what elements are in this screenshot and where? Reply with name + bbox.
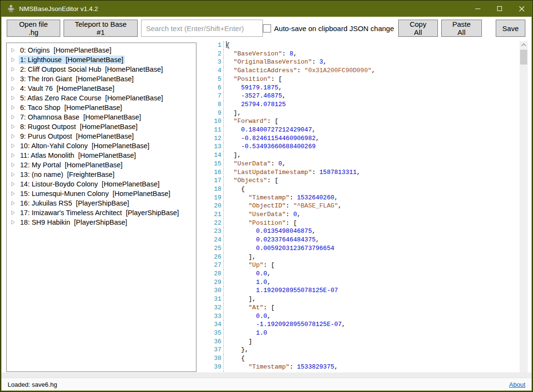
base-list-item[interactable]: 14: Listour-Boydo Colony [HomePlanetBase… xyxy=(7,179,196,189)
code-line[interactable]: 23 0.0135498046875, xyxy=(201,227,520,236)
expand-arrow-icon[interactable] xyxy=(11,115,15,120)
vertical-scrollbar[interactable] xyxy=(520,41,528,381)
base-list[interactable]: 0: Origins [HomePlanetBase]1: Lighthouse… xyxy=(6,43,196,372)
code-line[interactable]: 38 { xyxy=(201,354,520,363)
expand-arrow-icon[interactable] xyxy=(11,143,15,148)
expand-arrow-icon[interactable] xyxy=(11,48,15,53)
expand-arrow-icon[interactable] xyxy=(11,191,15,196)
code-line[interactable]: 12 -0.82461154460906982, xyxy=(201,134,520,143)
code-line[interactable]: 16 "LastUpdateTimestamp": 1587813311, xyxy=(201,168,520,177)
code-line[interactable]: 7 -3527.46875, xyxy=(201,92,520,100)
base-list-item[interactable]: 4: Vault 76 [HomePlanetBase] xyxy=(7,84,196,93)
code-line[interactable]: 32 "At": [ xyxy=(201,304,520,312)
base-list-item[interactable]: 2: Cliff Outpost Social Hub [HomePlanetB… xyxy=(7,65,196,74)
base-list-item[interactable]: 7: Ohamnosa Base [HomePlanetBase] xyxy=(7,112,196,122)
base-list-item[interactable]: 9: Purus Outpost [HomePlanetBase] xyxy=(7,131,196,141)
code-line[interactable]: 4 "GalacticAddress": "0x31A200FC90D090", xyxy=(201,66,520,75)
base-list-item[interactable]: 11: Atlas Monolith [HomePlanetBase] xyxy=(7,151,196,160)
code-line[interactable]: 17 "Objects": [ xyxy=(201,176,520,185)
code-line[interactable]: 15 "UserData": 0, xyxy=(201,160,520,168)
code-line[interactable]: 13 -0.53493660688400269 xyxy=(201,142,520,151)
code-line[interactable]: 27 "Up": [ xyxy=(201,261,520,270)
code-line[interactable]: 14 ], xyxy=(201,151,520,160)
maximize-button[interactable] xyxy=(489,0,511,17)
base-list-item[interactable]: 15: Lumesqui-Munen Colony [HomePlanetBas… xyxy=(7,189,196,198)
code-line[interactable]: 30 1.1920928955078125E-07 xyxy=(201,286,520,295)
paste-all-button[interactable]: Paste All xyxy=(441,20,482,37)
expand-arrow-icon[interactable] xyxy=(11,210,15,215)
code-line[interactable]: 10 "Forward": [ xyxy=(201,117,520,126)
copy-all-button[interactable]: Copy All xyxy=(398,20,437,37)
expand-arrow-icon[interactable] xyxy=(11,96,15,100)
line-number: 3 xyxy=(201,58,223,66)
close-button[interactable] xyxy=(511,0,533,17)
expand-arrow-icon[interactable] xyxy=(11,220,15,225)
scrollbar-thumb[interactable] xyxy=(520,50,527,65)
code-line[interactable]: 22 "Position": [ xyxy=(201,219,520,228)
expand-arrow-icon[interactable] xyxy=(11,124,15,129)
code-line[interactable]: 9 ], xyxy=(201,109,520,118)
about-link[interactable]: About xyxy=(509,381,525,388)
save-button[interactable]: Save xyxy=(496,20,525,37)
code-line[interactable]: 24 0.02337646484375, xyxy=(201,236,520,244)
code-line[interactable]: 18 { xyxy=(201,185,520,194)
line-text: 0.0135498046875, xyxy=(223,227,315,236)
base-list-item[interactable]: 3: The Iron Giant [HomePlanetBase] xyxy=(7,74,196,84)
expand-arrow-icon[interactable] xyxy=(11,76,15,81)
code-line[interactable]: 20 "ObjectID": "^BASE_FLAG", xyxy=(201,202,520,210)
open-file-button[interactable]: Open file .hg xyxy=(7,20,60,37)
expand-arrow-icon[interactable] xyxy=(11,163,15,167)
expand-arrow-icon[interactable] xyxy=(11,182,15,186)
code-view[interactable]: 1{2 "BaseVersion": 8,3 "OriginalBaseVers… xyxy=(201,41,520,389)
expand-arrow-icon[interactable] xyxy=(11,67,15,72)
base-list-item-label: 12: My Portal [HomePlanetBase] xyxy=(19,161,124,169)
code-line[interactable]: 19 "Timestamp": 1532640260, xyxy=(201,194,520,202)
json-editor[interactable]: 1{2 "BaseVersion": 8,3 "OriginalBaseVers… xyxy=(201,41,528,389)
base-list-item[interactable]: 6: Taco Shop [HomePlanetBase] xyxy=(7,103,196,112)
code-line[interactable]: 36 ] xyxy=(201,338,520,346)
line-text: "Forward": [ xyxy=(223,117,278,126)
code-line[interactable]: 29 1.0, xyxy=(201,278,520,287)
base-list-item[interactable]: 17: Imizawar's Timeless Architect [Playe… xyxy=(7,208,196,218)
minimize-button[interactable] xyxy=(467,0,489,17)
expand-arrow-icon[interactable] xyxy=(11,134,15,139)
base-list-item[interactable]: 10: Alton-Yahil Colony [HomePlanetBase] xyxy=(7,141,196,151)
expand-arrow-icon[interactable] xyxy=(11,57,15,62)
code-line[interactable]: 26 ], xyxy=(201,253,520,261)
expand-arrow-icon[interactable] xyxy=(11,153,15,158)
expand-arrow-icon[interactable] xyxy=(11,172,15,177)
code-line[interactable]: 31 ], xyxy=(201,295,520,304)
code-line[interactable]: 8 25794.078125 xyxy=(201,100,520,109)
code-line[interactable]: 25 0.0059203123673796654 xyxy=(201,244,520,253)
base-list-item[interactable]: 18: SH9 Habikin [PlayerShipBase] xyxy=(7,218,196,227)
code-line[interactable]: 11 0.18400727212429047, xyxy=(201,126,520,134)
expand-arrow-icon[interactable] xyxy=(11,105,15,110)
base-list-item[interactable]: 0: Origins [HomePlanetBase] xyxy=(7,45,196,55)
base-list-item[interactable]: 8: Rugost Outpost [HomePlanetBase] xyxy=(7,122,196,131)
code-line[interactable]: 39 "Timestamp": 1533829375, xyxy=(201,363,520,371)
code-line[interactable]: 1{ xyxy=(201,41,520,50)
code-line[interactable]: 3 "OriginalBaseVersion": 3, xyxy=(201,58,520,66)
autosave-checkbox[interactable] xyxy=(263,24,271,33)
base-list-item[interactable]: 16: Jukuilas RS5 [PlayerShipBase] xyxy=(7,198,196,208)
code-line[interactable]: 33 0.0, xyxy=(201,312,520,321)
scroll-up-button[interactable] xyxy=(520,41,528,49)
base-list-item[interactable]: 13: (no name) [FreighterBase] xyxy=(7,170,196,179)
code-line[interactable]: 37 }, xyxy=(201,346,520,354)
base-list-item[interactable]: 12: My Portal [HomePlanetBase] xyxy=(7,160,196,170)
base-list-item[interactable]: 1: Lighthouse [HomePlanetBase] xyxy=(7,55,196,65)
code-line[interactable]: 28 0.0, xyxy=(201,270,520,278)
base-list-item[interactable]: 5: Atlas Zero Race Course [HomePlanetBas… xyxy=(7,93,196,103)
code-line[interactable]: 34 -1.1920928955078125E-07, xyxy=(201,320,520,329)
code-line[interactable]: 35 1.0 xyxy=(201,329,520,338)
search-input[interactable] xyxy=(141,20,263,37)
expand-arrow-icon[interactable] xyxy=(11,201,15,206)
code-line[interactable]: 21 "UserData": 0, xyxy=(201,210,520,219)
code-line[interactable]: 6 59179.1875, xyxy=(201,84,520,92)
teleport-button[interactable]: Teleport to Base #1 xyxy=(64,20,138,37)
code-line[interactable]: 5 "Position": [ xyxy=(201,75,520,84)
base-list-item-label: 2: Cliff Outpost Social Hub [HomePlanetB… xyxy=(19,65,164,74)
expand-arrow-icon[interactable] xyxy=(11,86,15,91)
code-line[interactable]: 2 "BaseVersion": 8, xyxy=(201,50,520,58)
title-bar[interactable]: NMSBaseJsonEditor v1.4.2 xyxy=(0,0,533,17)
